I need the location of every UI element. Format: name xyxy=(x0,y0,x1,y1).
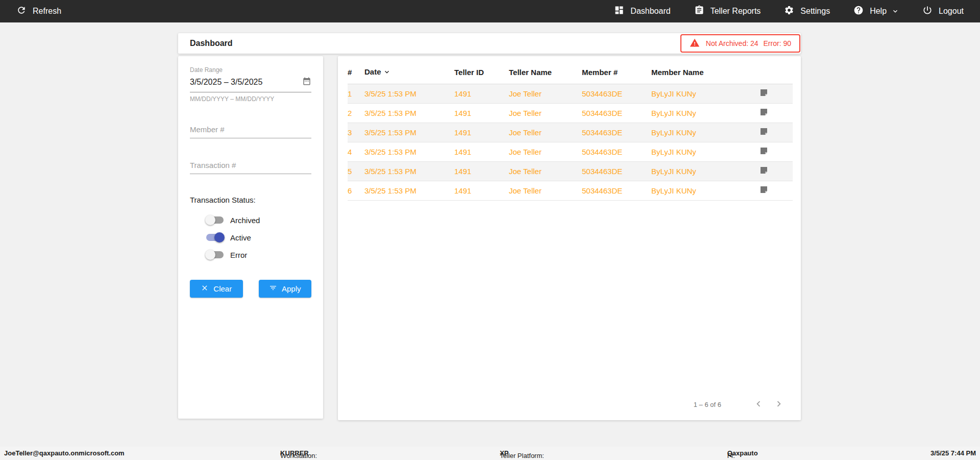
close-icon xyxy=(201,284,209,294)
note-icon[interactable] xyxy=(760,108,768,116)
cell-date: 3/5/25 1:53 PM xyxy=(364,161,454,181)
status-datetime: 3/5/25 7:44 PM xyxy=(930,449,976,457)
cell-num: 3 xyxy=(348,123,364,142)
nav-item-label: Teller Reports xyxy=(710,7,761,16)
table-row[interactable]: 43/5/25 1:53 PM1491Joe Teller5034463DEBy… xyxy=(348,142,793,161)
table-row[interactable]: 23/5/25 1:53 PM1491Joe Teller5034463DEBy… xyxy=(348,103,793,123)
chevron-down-icon xyxy=(892,8,899,15)
column-header-member-num[interactable]: Member # xyxy=(582,63,651,84)
nav-item-teller-reports[interactable]: Teller Reports xyxy=(694,5,761,17)
cell-member-num: 5034463DE xyxy=(582,161,651,181)
next-page-button[interactable] xyxy=(772,398,786,411)
apply-button[interactable]: Apply xyxy=(259,280,312,298)
clear-button[interactable]: Clear xyxy=(190,280,243,298)
table-row[interactable]: 33/5/25 1:53 PM1491Joe Teller5034463DEBy… xyxy=(348,123,793,142)
column-header-member-name[interactable]: Member Name xyxy=(651,63,760,84)
note-icon[interactable] xyxy=(760,186,768,193)
cell-teller-id: 1491 xyxy=(454,181,509,200)
cell-note xyxy=(760,142,793,161)
note-icon[interactable] xyxy=(760,166,768,174)
results-panel: # Date Teller ID Teller Name Member # Me… xyxy=(338,56,801,420)
alert-banner[interactable]: Not Archived: 24 Error: 90 xyxy=(680,34,800,53)
pagination-range-label: 1 – 6 of 6 xyxy=(694,401,721,408)
financial-institution-info: FI: Qaxpauto xyxy=(727,449,758,457)
help-icon xyxy=(853,5,864,17)
calendar-icon[interactable] xyxy=(302,77,311,88)
toggle-switch[interactable] xyxy=(206,251,224,258)
nav-item-dashboard[interactable]: Dashboard xyxy=(614,5,670,17)
date-range-value: 3/5/2025 – 3/5/2025 xyxy=(190,78,262,87)
pagination: 1 – 6 of 6 xyxy=(694,398,786,411)
alert-error: Error: 90 xyxy=(764,39,791,47)
member-number-input[interactable] xyxy=(190,121,311,138)
cell-member-name: ByLyJI KUNy xyxy=(651,161,760,181)
nav-item-settings[interactable]: Settings xyxy=(784,5,830,17)
cell-num: 5 xyxy=(348,161,364,181)
cell-date: 3/5/25 1:53 PM xyxy=(364,103,454,123)
clear-button-label: Clear xyxy=(213,284,232,293)
toggle-label: Active xyxy=(230,233,251,242)
cell-member-num: 5034463DE xyxy=(582,142,651,161)
note-icon[interactable] xyxy=(760,128,768,135)
note-icon[interactable] xyxy=(760,147,768,155)
cell-date: 3/5/25 1:53 PM xyxy=(364,84,454,103)
cell-note xyxy=(760,123,793,142)
refresh-button[interactable]: Refresh xyxy=(16,5,61,17)
filter-icon xyxy=(269,284,277,294)
cell-date: 3/5/25 1:53 PM xyxy=(364,142,454,161)
cell-teller-id: 1491 xyxy=(454,161,509,181)
cell-member-name: ByLyJI KUNy xyxy=(651,181,760,200)
transaction-number-input[interactable] xyxy=(190,157,311,174)
transaction-status-label: Transaction Status: xyxy=(190,196,311,204)
table-row[interactable]: 63/5/25 1:53 PM1491Joe Teller5034463DEBy… xyxy=(348,181,793,200)
cell-num: 2 xyxy=(348,103,364,123)
cell-teller-name: Joe Teller xyxy=(509,181,582,200)
chevron-right-icon xyxy=(773,398,785,411)
transactions-table: # Date Teller ID Teller Name Member # Me… xyxy=(348,63,793,201)
page-title: Dashboard xyxy=(190,39,233,48)
nav-item-label: Help xyxy=(870,7,887,16)
table-row[interactable]: 13/5/25 1:53 PM1491Joe Teller5034463DEBy… xyxy=(348,84,793,103)
toggle-active[interactable]: Active xyxy=(206,229,311,246)
dashboard-icon xyxy=(614,5,624,17)
date-range-field[interactable]: 3/5/2025 – 3/5/2025 xyxy=(190,74,311,92)
clipboard-icon xyxy=(694,5,704,17)
cell-member-num: 5034463DE xyxy=(582,103,651,123)
cell-teller-id: 1491 xyxy=(454,142,509,161)
cell-member-num: 5034463DE xyxy=(582,84,651,103)
toggle-switch[interactable] xyxy=(206,216,224,224)
toggle-archived[interactable]: Archived xyxy=(206,211,311,229)
previous-page-button[interactable] xyxy=(752,398,765,411)
cell-teller-id: 1491 xyxy=(454,123,509,142)
alert-not-archived: Not Archived: 24 xyxy=(706,39,758,47)
cell-num: 1 xyxy=(348,84,364,103)
date-range-format-hint: MM/DD/YYYY – MM/DD/YYYY xyxy=(190,95,311,103)
cell-note xyxy=(760,161,793,181)
cell-num: 6 xyxy=(348,181,364,200)
refresh-icon xyxy=(16,5,27,17)
cell-teller-name: Joe Teller xyxy=(509,103,582,123)
toggle-error[interactable]: Error xyxy=(206,246,311,263)
status-bar: JoeTeller@qaxpauto.onmicrosoft.com Works… xyxy=(0,447,980,460)
column-header-teller-name[interactable]: Teller Name xyxy=(509,63,582,84)
date-range-label: Date Range xyxy=(190,66,311,74)
teller-platform-info: Teller Platform: XP xyxy=(500,449,508,457)
nav-item-label: Logout xyxy=(939,7,964,16)
toggle-switch[interactable] xyxy=(206,234,224,241)
cell-note xyxy=(760,103,793,123)
table-row[interactable]: 53/5/25 1:53 PM1491Joe Teller5034463DEBy… xyxy=(348,161,793,181)
cell-date: 3/5/25 1:53 PM xyxy=(364,123,454,142)
filters-panel: Date Range 3/5/2025 – 3/5/2025 MM/DD/YYY… xyxy=(178,56,323,419)
column-header-date[interactable]: Date xyxy=(364,63,454,84)
cell-member-num: 5034463DE xyxy=(582,123,651,142)
power-icon xyxy=(922,5,933,17)
note-icon[interactable] xyxy=(760,89,768,96)
nav-item-help[interactable]: Help xyxy=(853,5,899,17)
cell-note xyxy=(760,84,793,103)
nav-right-group: DashboardTeller ReportsSettingsHelpLogou… xyxy=(614,5,964,17)
column-header-num[interactable]: # xyxy=(348,63,364,84)
cell-member-name: ByLyJI KUNy xyxy=(651,84,760,103)
nav-item-logout[interactable]: Logout xyxy=(922,5,964,17)
column-header-teller-id[interactable]: Teller ID xyxy=(454,63,509,84)
apply-button-label: Apply xyxy=(282,284,301,293)
